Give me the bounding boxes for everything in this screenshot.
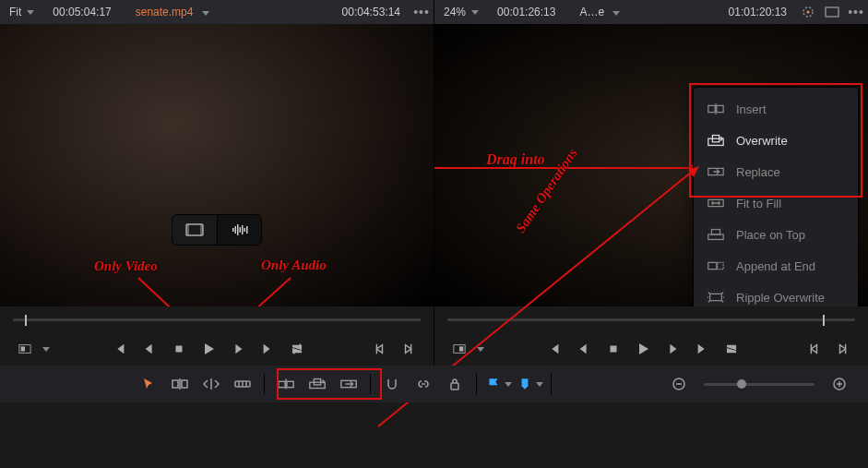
mark-out-button[interactable] xyxy=(397,337,421,361)
first-frame-button[interactable] xyxy=(542,337,566,361)
svg-rect-12 xyxy=(246,226,248,234)
ctx-overwrite[interactable]: Overwrite xyxy=(694,125,858,156)
svg-rect-9 xyxy=(239,227,241,233)
svg-rect-2 xyxy=(826,7,838,17)
last-frame-button[interactable] xyxy=(690,337,714,361)
timeline-viewer: Drag into Same Operations Insert Overwri… xyxy=(434,24,868,366)
ctx-insert[interactable]: Insert xyxy=(694,93,858,125)
bypass-icon[interactable] xyxy=(796,0,820,24)
timeline-more-icon[interactable]: ••• xyxy=(844,0,868,24)
source-clip-name[interactable]: senate.mp4 xyxy=(121,6,219,18)
fit-to-fill-icon xyxy=(707,196,725,210)
chevron-down-icon[interactable] xyxy=(42,347,50,352)
single-viewer-icon[interactable] xyxy=(820,0,844,24)
ctx-place-on-top[interactable]: Place on Top xyxy=(694,219,858,250)
step-forward-button[interactable] xyxy=(226,337,250,361)
overwrite-clip-button[interactable] xyxy=(302,370,333,398)
loop-button[interactable] xyxy=(285,337,309,361)
source-video-frame[interactable]: Only Video Only Audio xyxy=(0,24,434,306)
svg-rect-22 xyxy=(708,105,715,112)
step-forward-button[interactable] xyxy=(660,337,684,361)
scrub-playhead-icon[interactable] xyxy=(823,315,825,326)
step-back-button[interactable] xyxy=(137,337,161,361)
only-audio-handle[interactable] xyxy=(217,215,261,245)
svg-rect-46 xyxy=(287,381,293,387)
zoom-in-button[interactable] xyxy=(824,370,855,398)
mark-in-button[interactable] xyxy=(367,337,391,361)
source-viewer: Only Video Only Audio xyxy=(0,24,434,366)
ripple-overwrite-icon xyxy=(707,290,725,305)
insert-icon xyxy=(707,102,725,116)
timeline-video-frame[interactable]: Drag into Same Operations Insert Overwri… xyxy=(434,24,868,306)
link-toggle-button[interactable] xyxy=(408,370,439,398)
ctx-fit-to-fill[interactable]: Fit to Fill xyxy=(694,187,858,219)
append-at-end-icon xyxy=(707,258,725,273)
svg-rect-32 xyxy=(710,294,722,300)
svg-rect-18 xyxy=(21,346,25,351)
marker-button[interactable] xyxy=(514,370,545,398)
position-lock-button[interactable] xyxy=(439,370,470,398)
timeline-name[interactable]: A…e xyxy=(565,6,629,18)
match-frame-icon[interactable] xyxy=(447,337,471,361)
svg-rect-23 xyxy=(717,105,723,112)
chevron-down-icon xyxy=(505,382,512,387)
trim-tool-button[interactable] xyxy=(164,370,196,398)
stop-button[interactable] xyxy=(167,337,191,361)
blade-tool-button[interactable] xyxy=(227,370,258,398)
flag-button[interactable] xyxy=(482,370,514,398)
chevron-down-icon xyxy=(471,10,479,15)
ctx-replace[interactable]: Replace xyxy=(694,156,858,187)
source-in-timecode[interactable]: 00:05:04:17 xyxy=(43,6,120,18)
source-zoom-dropdown[interactable]: Fit xyxy=(0,0,43,24)
place-on-top-icon xyxy=(707,227,725,242)
zoom-slider[interactable] xyxy=(704,383,814,386)
source-more-icon[interactable]: ••• xyxy=(410,0,434,24)
overwrite-icon xyxy=(707,133,725,148)
only-video-handle[interactable] xyxy=(172,215,217,245)
mark-in-button[interactable] xyxy=(802,337,826,361)
last-frame-button[interactable] xyxy=(256,337,279,361)
svg-rect-8 xyxy=(237,224,239,235)
play-button[interactable] xyxy=(196,337,220,361)
svg-rect-11 xyxy=(244,228,245,232)
svg-rect-38 xyxy=(172,380,178,388)
timeline-zoom-dropdown[interactable]: 24% xyxy=(434,0,488,24)
replace-clip-button[interactable] xyxy=(333,370,364,398)
timeline-scrub-bar[interactable] xyxy=(447,318,855,321)
source-duration-timecode[interactable]: 00:04:53:14 xyxy=(333,6,410,18)
play-button[interactable] xyxy=(631,337,655,361)
step-back-button[interactable] xyxy=(572,337,596,361)
svg-rect-5 xyxy=(200,224,203,235)
chevron-down-icon[interactable] xyxy=(477,347,484,352)
match-frame-icon[interactable] xyxy=(13,337,37,361)
insert-clip-button[interactable] xyxy=(270,370,302,398)
svg-rect-29 xyxy=(711,230,719,234)
selection-tool-button[interactable] xyxy=(133,370,164,398)
timeline-zoom-label: 24% xyxy=(444,6,466,18)
chevron-down-icon xyxy=(536,382,543,387)
timeline-toolbar xyxy=(0,366,868,402)
chevron-down-icon xyxy=(612,11,620,16)
slider-thumb-icon[interactable] xyxy=(737,379,746,389)
svg-rect-7 xyxy=(234,226,236,234)
scrub-playhead-icon[interactable] xyxy=(25,315,27,326)
first-frame-button[interactable] xyxy=(108,337,132,361)
timeline-in-timecode[interactable]: 00:01:26:13 xyxy=(488,6,565,18)
stop-button[interactable] xyxy=(601,337,625,361)
svg-rect-6 xyxy=(232,228,234,232)
ctx-append-at-end[interactable]: Append at End xyxy=(694,250,858,282)
timeline-duration-timecode[interactable]: 01:01:20:13 xyxy=(719,6,796,18)
source-scrub-bar[interactable] xyxy=(13,318,421,321)
chevron-down-icon xyxy=(27,10,34,15)
snap-toggle-button[interactable] xyxy=(376,370,408,398)
svg-rect-35 xyxy=(611,346,617,353)
loop-button[interactable] xyxy=(719,337,743,361)
svg-rect-30 xyxy=(708,262,717,269)
zoom-out-button[interactable] xyxy=(663,370,695,398)
dynamic-trim-button[interactable] xyxy=(196,370,227,398)
mark-out-button[interactable] xyxy=(831,337,855,361)
timeline-transport xyxy=(434,332,868,366)
svg-rect-45 xyxy=(279,381,285,387)
ctx-ripple-overwrite[interactable]: Ripple Overwrite xyxy=(694,282,858,306)
svg-rect-39 xyxy=(182,380,187,388)
